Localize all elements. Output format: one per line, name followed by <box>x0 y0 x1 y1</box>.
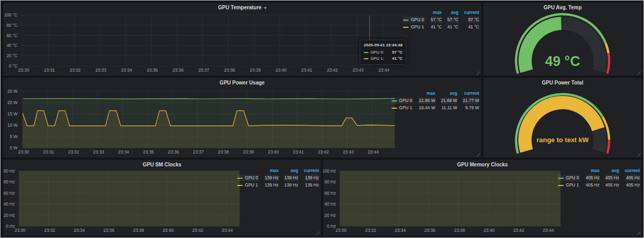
x-axis-tick-label: 23:43 <box>352 67 364 73</box>
y-axis-tick-label: 5 W <box>10 134 18 139</box>
y-axis-tick-label: 40 °C <box>7 43 18 48</box>
panel-title-gpu-memory-clocks[interactable]: GPU Memory Clocks <box>323 162 642 167</box>
series-areas <box>340 160 561 226</box>
graph-tooltip: 2020-05-01 23:44:48 GPU 0: 57 °C GPU 1: … <box>360 40 406 65</box>
x-axis-tick-label: 23:42 <box>327 67 338 73</box>
gauge-value-text: range to text kW <box>483 136 642 144</box>
y-axis-tick-label: 20 W <box>7 100 18 105</box>
y-axis-tick-label: 0 Hz <box>6 224 15 229</box>
x-axis-tick-label: 23:43 <box>343 149 354 155</box>
x-axis-tick-label: 23:41 <box>293 149 304 155</box>
y-axis-tick-label: 40 Hz <box>4 201 15 207</box>
x-axis-tick-label: 23:32 <box>365 228 377 233</box>
x-axis-tick-label: 23:40 <box>276 67 287 73</box>
panel-title-text: GPU Avg. Temp <box>544 5 582 10</box>
y-axis-tick-label: 100 Hz <box>323 168 336 174</box>
legend-stat-value: 405 Hz <box>586 175 600 181</box>
legend-header-avg[interactable]: avg <box>291 167 298 174</box>
y-axis-tick-label: 60 Hz <box>4 191 15 196</box>
legend-series-name[interactable]: GPU 0 <box>237 175 259 181</box>
series-areas <box>23 98 395 148</box>
legend-header-current[interactable]: current <box>464 90 479 97</box>
panel-title-gpu-power-usage[interactable]: GPU Power Usage <box>3 80 481 86</box>
panel-resize-handle[interactable] <box>637 71 641 75</box>
panel-title-gpu-avg-temp[interactable]: GPU Avg. Temp <box>483 5 642 10</box>
x-axis-tick-label: 23:32 <box>68 149 79 155</box>
tooltip-row: GPU 0: 57 °C <box>364 49 402 56</box>
panel-gpu-avg-temp: GPU Avg. Temp 49 °C <box>483 3 642 76</box>
legend-header-current[interactable]: current <box>304 167 319 174</box>
panel-resize-handle[interactable] <box>316 231 320 235</box>
legend-series-name[interactable]: GPU 0 <box>392 97 414 104</box>
panel-title-text: GPU Memory Clocks <box>457 162 507 167</box>
x-axis-tick-label: 23:35 <box>147 67 158 73</box>
panel-resize-handle[interactable] <box>476 71 480 75</box>
legend-header-max[interactable]: max <box>591 167 600 174</box>
x-axis-tick-label: 23:42 <box>318 149 329 155</box>
series-color-dash <box>364 52 368 53</box>
x-axis-tick-label: 23:44 <box>222 228 233 233</box>
y-axis-tick-label: 20 °C <box>7 53 18 58</box>
x-axis-tick-label: 23:36 <box>173 67 184 73</box>
panel-title-gpu-sm-clocks[interactable]: GPU SM Clocks <box>3 162 321 167</box>
panel-resize-handle[interactable] <box>637 152 641 157</box>
legend-stat-value: 16.44 W <box>419 105 435 111</box>
legend-stat-value: 139 Hz <box>305 182 319 189</box>
legend-series-name[interactable]: GPU 1 <box>403 24 425 30</box>
legend-gpu-sm-clocks: maxavgcurrentGPU 0139 Hz139 Hz139 HzGPU … <box>237 167 319 189</box>
x-axis-tick-label: 23:40 <box>268 149 279 155</box>
panel-resize-handle[interactable] <box>637 231 641 235</box>
legend-series-name[interactable]: GPU 0 <box>558 175 580 181</box>
panel-title-gpu-power-total[interactable]: GPU Power Total <box>483 80 642 86</box>
legend-header-current[interactable]: current <box>625 167 640 174</box>
series-color-dash <box>237 178 243 179</box>
x-axis-tick-label: 23:34 <box>121 67 132 73</box>
legend-header-avg[interactable]: avg <box>450 90 457 97</box>
x-axis-tick-label: 23:34 <box>395 228 406 233</box>
legend-stat-value: 139 Hz <box>265 175 279 181</box>
x-axis-tick-label: 23:30 <box>14 228 26 233</box>
x-axis-tick-label: 23:36 <box>425 228 436 233</box>
x-axis-tick-label: 23:30 <box>18 67 29 73</box>
grid <box>20 15 409 66</box>
legend-series-name[interactable]: GPU 1 <box>392 105 414 111</box>
panel-gpu-memory-clocks: GPU Memory Clocks 0 Hz20 Hz40 Hz60 Hz80 … <box>323 160 642 236</box>
panel-title-gpu-temperature[interactable]: GPU Temperature▾ <box>3 5 481 10</box>
series-color-dash <box>392 100 397 101</box>
y-axis-tick-label: 0 Hz <box>327 224 336 229</box>
x-axis-tick-label: 23:36 <box>168 149 179 155</box>
series-areas <box>19 160 240 226</box>
tooltip-row: GPU 1: 41 °C <box>364 56 402 62</box>
panel-gpu-power-total: GPU Power Total range to text kW <box>483 78 642 158</box>
y-axis-tick-label: 25 W <box>7 89 18 94</box>
x-axis-tick-label: 23:40 <box>163 228 174 233</box>
x-axis-tick-label: 23:44 <box>378 67 389 73</box>
y-axis-tick-label: 100 Hz <box>3 168 15 174</box>
y-axis-tick-label: 10 W <box>7 123 18 128</box>
legend-stat-value: 139 Hz <box>265 182 279 189</box>
legend-stat-value: 57 °C <box>468 16 479 23</box>
legend-stat-value: 405 Hz <box>586 182 600 189</box>
x-axis-tick-label: 23:31 <box>43 149 55 155</box>
series-color-dash <box>364 58 368 59</box>
panel-gpu-sm-clocks: GPU SM Clocks 0 Hz20 Hz40 Hz60 Hz80 Hz10… <box>3 160 321 236</box>
legend-stat-value: 21.86 W <box>419 97 435 104</box>
panel-resize-handle[interactable] <box>476 152 480 157</box>
x-axis-tick-label: 23:31 <box>44 67 55 73</box>
legend-gpu-memory-clocks: maxavgcurrentGPU 0405 Hz405 Hz405 HzGPU … <box>558 167 640 189</box>
series-color-dash <box>558 178 564 179</box>
x-axis-tick-label: 23:30 <box>335 228 347 233</box>
legend-stat-value: 9.79 W <box>465 105 479 111</box>
series-color-dash <box>237 185 243 186</box>
legend-series-name[interactable]: GPU 1 <box>237 182 259 189</box>
gauge-value-text: 49 °C <box>483 54 642 70</box>
x-axis-tick-label: 23:32 <box>70 67 81 73</box>
y-axis-tick-label: 60 Hz <box>325 191 336 196</box>
legend-header-max[interactable]: max <box>427 90 435 97</box>
legend-header-max[interactable]: max <box>270 167 279 174</box>
legend-series-name[interactable]: GPU 1 <box>558 182 580 189</box>
series-color-dash <box>392 108 397 109</box>
x-axis-tick-label: 23:34 <box>118 149 129 155</box>
legend-series-name[interactable]: GPU 0 <box>403 16 425 23</box>
legend-header-avg[interactable]: avg <box>612 167 619 174</box>
